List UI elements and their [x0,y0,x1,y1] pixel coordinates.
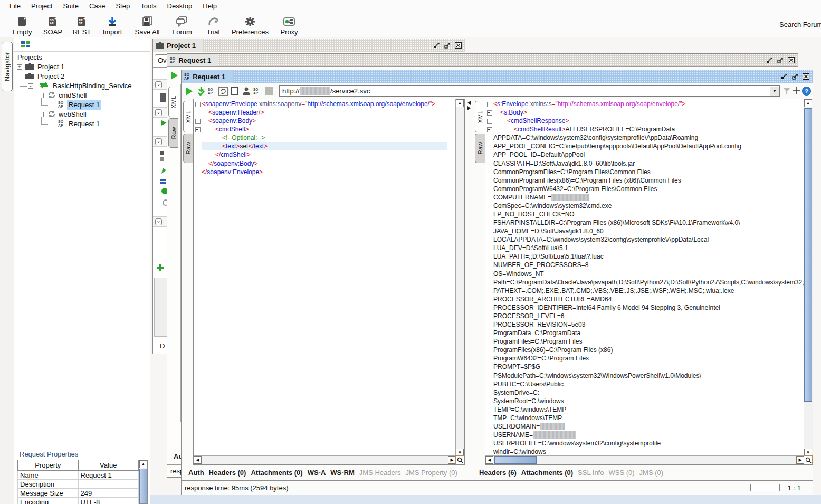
stamp-icon[interactable] [242,87,251,96]
pane-splitter[interactable] [465,99,474,465]
collapse-icon[interactable]: - [39,93,44,98]
rest-button[interactable]: RESTREST [70,14,94,36]
tab-raw[interactable]: Raw [475,134,485,163]
endpoint-dropdown-button[interactable]: ▼ [770,87,779,96]
menu-file[interactable]: File [4,1,26,12]
projects-grid-icon[interactable] [21,41,30,47]
run-button[interactable] [170,71,179,80]
preferences-button[interactable]: Preferences [228,14,272,36]
search-forum-label[interactable]: Search Forum [779,21,821,28]
tree-item-webshell[interactable]: -webShell [14,110,150,119]
tree-item-basichttpbinding_service[interactable]: -BasicHttpBinding_Service [14,81,150,91]
menu-suite[interactable]: Suite [58,1,84,12]
tab-xml[interactable]: XML [475,101,485,132]
tab-raw[interactable]: Raw [183,134,193,163]
menu-help[interactable]: Help [197,1,222,12]
fold-icon[interactable] [485,108,493,117]
fold-icon[interactable] [194,100,202,108]
tab-raw[interactable]: Raw [168,118,178,148]
close-icon[interactable] [454,42,462,49]
collapse-left-icon[interactable] [467,101,471,105]
scrollbar-thumb[interactable] [804,108,812,402]
tree-item-request-1[interactable]: SOAPRequest 1 [14,119,150,129]
edit-endpoint-icon[interactable] [782,87,792,96]
soap-icon[interactable]: SOAP [253,87,263,96]
tree-root[interactable]: Projects [14,53,150,62]
request-window-titlebar[interactable]: SOAP Request 1 [182,70,813,83]
collapse-icon[interactable]: - [39,112,44,117]
forum-button[interactable]: Forum [168,14,196,36]
tree-item-project-1[interactable]: +Project 1 [14,62,150,72]
tree-item-request-1[interactable]: SOAPRequest 1 [14,100,150,110]
collapse-right-icon[interactable] [467,106,471,110]
table-row[interactable]: NameRequest 1 [18,471,139,480]
request-horizontal-scrollbar[interactable]: ◀ ▶ [194,455,456,464]
endpoint-url-field[interactable]: http://xxxxxxxxx/service2.svc ▼ [279,85,780,97]
recreate-request-icon[interactable] [218,87,228,96]
request-xml-editor[interactable]: <soapenv:Envelope xmlns:soapenv="http://… [194,100,447,457]
response-vertical-scrollbar[interactable]: ▲ ▼ [804,99,813,457]
save-all-button[interactable]: Save All [131,14,164,36]
submit-button[interactable] [185,87,194,96]
maximize-icon[interactable] [791,73,799,80]
tab-ws-a[interactable]: WS-A [308,469,326,477]
menu-case[interactable]: Case [84,1,110,12]
add-icon[interactable] [157,264,164,271]
response-xml-viewer[interactable]: <s:Envelope xmlns:s="http://schemas.xmls… [485,100,805,457]
chevron-down-icon[interactable]: v [155,81,162,88]
tab-attachments0[interactable]: Attachments (0) [521,469,573,477]
cancel-request-icon[interactable] [230,87,240,96]
proxy-button[interactable]: Proxy [276,14,302,36]
scrollbar-thumb[interactable] [139,469,147,503]
minimize-icon[interactable] [780,73,788,80]
chevron-down-icon[interactable]: v [155,138,162,145]
tab-headers6[interactable]: Headers (6) [479,469,517,477]
minimize-icon[interactable] [765,56,773,64]
submit-validate-icon[interactable] [196,87,206,96]
help-icon[interactable]: ? [802,87,812,96]
fold-icon[interactable] [485,100,493,108]
request-vertical-scrollbar[interactable]: ▲ ▼ [455,99,464,457]
menu-project[interactable]: Project [26,1,58,12]
menu-desktop[interactable]: Desktop [162,1,198,12]
menu-tools[interactable]: Tools [135,1,161,12]
fold-icon[interactable] [485,117,493,125]
magnifier-icon[interactable] [455,455,464,464]
magnifier-icon[interactable] [804,455,813,464]
tab-ws-rm[interactable]: WS-RM [330,469,355,477]
tab-xml[interactable]: XML [183,101,193,132]
scrollbar-thumb[interactable] [494,456,537,464]
navigator-tab[interactable]: Navigator [2,42,13,91]
tab-headers0[interactable]: Headers (0) [209,469,246,477]
chevron-down-icon[interactable]: v [155,218,162,225]
tab-attachments0[interactable]: Attachments (0) [251,469,302,477]
tab-auth[interactable]: Auth [188,469,204,477]
table-row[interactable]: EncodingUTF-8 [18,498,139,504]
response-horizontal-scrollbar[interactable]: ◀ ▶ [485,455,804,464]
chevron-down-icon[interactable]: v [155,109,162,116]
tree-item-project-2[interactable]: -Project 2 [14,72,150,81]
add-endpoint-icon[interactable] [793,87,802,96]
tree-item-cmdshell[interactable]: -cmdShell [14,91,150,100]
tab-xml[interactable]: XML [168,87,178,117]
soap-icon[interactable]: SOAP [208,87,217,96]
fold-icon[interactable] [485,125,493,134]
maximize-icon[interactable] [443,42,451,49]
fold-icon[interactable] [194,125,202,134]
table-row[interactable]: Message Size249 [18,489,139,498]
import-button[interactable]: Import [98,14,127,36]
expand-icon[interactable]: + [17,64,22,70]
soap-button[interactable]: SOAPSOAP [40,14,65,36]
close-icon[interactable] [802,73,810,80]
close-icon[interactable] [787,56,795,64]
maximize-icon[interactable] [776,56,784,64]
fold-icon[interactable] [194,117,202,125]
project-window-titlebar[interactable]: Project 1 [153,39,465,52]
trial-button[interactable]: Trial [202,14,225,36]
table-row[interactable]: Description [18,480,139,489]
collapse-icon[interactable]: - [28,83,33,89]
collapse-icon[interactable]: - [17,74,22,79]
empty-button[interactable]: Empty [8,14,36,36]
menu-step[interactable]: Step [110,1,135,12]
scroll-up-button[interactable]: ▲ [139,460,147,468]
